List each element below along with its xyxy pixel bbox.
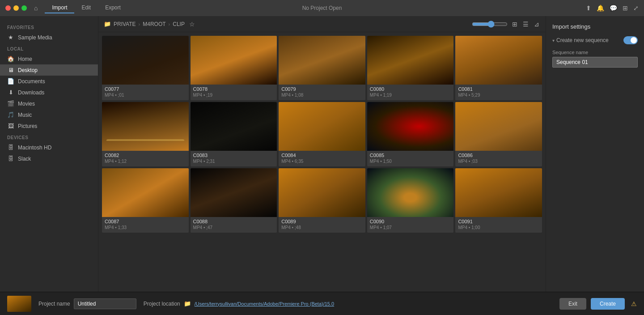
media-card-c0077[interactable]: C0077 MP4 • ;01 bbox=[102, 36, 189, 100]
document-icon: 📄 bbox=[7, 78, 14, 85]
media-card-c0078[interactable]: C0078 MP4 • ;19 bbox=[191, 36, 277, 100]
titlebar: ⌂ Import Edit Export No Project Open ⬆ 🔔… bbox=[0, 0, 644, 16]
media-name-c0087: C0087 bbox=[105, 219, 186, 224]
media-name-c0091: C0091 bbox=[458, 219, 539, 224]
media-name-c0082: C0082 bbox=[105, 153, 186, 158]
sidebar-item-label: Documents bbox=[18, 78, 45, 85]
tab-edit[interactable]: Edit bbox=[74, 3, 98, 13]
filter-icon[interactable]: ⊿ bbox=[533, 20, 540, 29]
media-card-c0091[interactable]: C0091 MP4 • 1;00 bbox=[455, 168, 542, 233]
tab-import[interactable]: Import bbox=[45, 3, 74, 13]
notification-icon[interactable]: 🔔 bbox=[597, 4, 604, 12]
sidebar-item-slack[interactable]: 🗄 Slack bbox=[0, 153, 98, 164]
media-name-c0088: C0088 bbox=[193, 219, 275, 224]
main-layout: FAVORITES ★ Sample Media LOCAL 🏠 Home 🖥 … bbox=[0, 16, 644, 292]
media-thumb-c0091 bbox=[455, 168, 542, 217]
minimize-button[interactable] bbox=[13, 5, 19, 11]
sidebar-item-desktop[interactable]: 🖥 Desktop bbox=[0, 64, 98, 76]
sidebar-item-macintosh-hd[interactable]: 🗄 Macintosh HD bbox=[0, 142, 98, 153]
close-button[interactable] bbox=[5, 5, 11, 11]
fullscreen-icon[interactable]: ⤢ bbox=[633, 4, 639, 12]
media-meta-c0090: MP4 • 1;07 bbox=[370, 225, 451, 230]
media-card-c0089[interactable]: C0089 MP4 • ;48 bbox=[279, 168, 365, 233]
sidebar-item-label: Movies bbox=[18, 101, 35, 107]
breadcrumb-sep-1: › bbox=[139, 21, 140, 27]
project-location-section: Project location 📁 /Users/terrysullivan/… bbox=[144, 300, 334, 307]
sidebar-item-music[interactable]: 🎵 Music bbox=[0, 109, 98, 120]
media-card-c0086[interactable]: C0086 MP4 • ;03 bbox=[455, 102, 542, 166]
upload-icon[interactable]: ⬆ bbox=[586, 4, 591, 12]
media-card-c0084[interactable]: C0084 MP4 • 6;35 bbox=[279, 102, 365, 166]
list-view-icon[interactable]: ☰ bbox=[522, 20, 530, 29]
sidebar-item-documents[interactable]: 📄 Documents bbox=[0, 76, 98, 87]
sidebar-item-movies[interactable]: 🎬 Movies bbox=[0, 98, 98, 109]
traffic-lights bbox=[5, 5, 27, 11]
exit-button[interactable]: Exit bbox=[559, 298, 586, 310]
media-card-c0080[interactable]: C0080 MP4 • 1;19 bbox=[367, 36, 454, 100]
media-card-c0088[interactable]: C0088 MP4 • ;47 bbox=[191, 168, 277, 233]
media-name-c0078: C0078 bbox=[193, 86, 275, 92]
project-location-path[interactable]: /Users/terrysullivan/Documents/Adobe/Pre… bbox=[195, 301, 334, 306]
favorite-star-icon[interactable]: ☆ bbox=[189, 21, 195, 28]
content-area: 📁 PRIVATE › M4ROOT › CLIP ☆ ⊞ ☰ ⊿ C0077 … bbox=[98, 16, 546, 292]
media-meta-c0081: MP4 • 5;29 bbox=[458, 93, 539, 98]
media-card-c0082[interactable]: C0082 MP4 • 1;12 bbox=[102, 102, 189, 166]
media-card-c0085[interactable]: C0085 MP4 • 1;50 bbox=[367, 102, 454, 166]
maximize-button[interactable] bbox=[21, 5, 27, 11]
preview-thumbnail bbox=[7, 296, 31, 312]
breadcrumb-sep-2: › bbox=[169, 21, 170, 27]
sidebar-item-home[interactable]: 🏠 Home bbox=[0, 53, 98, 64]
breadcrumb-folder-icon: 📁 bbox=[104, 21, 111, 27]
create-sequence-toggle[interactable] bbox=[623, 36, 638, 44]
project-location-label: Project location bbox=[144, 301, 180, 307]
media-card-c0081[interactable]: C0081 MP4 • 5;29 bbox=[455, 36, 542, 100]
home-icon[interactable]: ⌂ bbox=[34, 4, 38, 12]
titlebar-actions: ⬆ 🔔 💬 ⊞ ⤢ bbox=[586, 4, 639, 12]
media-meta-c0091: MP4 • 1;00 bbox=[458, 225, 539, 230]
slack-icon: 🗄 bbox=[7, 155, 14, 162]
media-thumb-c0087 bbox=[102, 168, 189, 217]
zoom-slider[interactable] bbox=[472, 21, 508, 28]
media-card-c0083[interactable]: C0083 MP4 • 2;31 bbox=[191, 102, 277, 166]
media-thumb-c0085 bbox=[367, 102, 454, 151]
breadcrumb-private[interactable]: PRIVATE bbox=[114, 21, 136, 27]
download-icon: ⬇ bbox=[7, 89, 14, 96]
media-meta-c0089: MP4 • ;48 bbox=[281, 225, 363, 230]
local-section-label: LOCAL bbox=[0, 43, 98, 53]
media-card-c0087[interactable]: C0087 MP4 • 1;33 bbox=[102, 168, 189, 233]
media-thumb-c0090 bbox=[367, 168, 454, 217]
layout-icon[interactable]: ⊞ bbox=[623, 4, 628, 12]
create-sequence-label: ▾ Create new sequence bbox=[552, 37, 609, 43]
breadcrumb-bar: 📁 PRIVATE › M4ROOT › CLIP ☆ ⊞ ☰ ⊿ bbox=[98, 16, 546, 32]
sidebar-item-pictures[interactable]: 🖼 Pictures bbox=[0, 120, 98, 132]
media-name-c0089: C0089 bbox=[281, 219, 363, 224]
media-meta-c0077: MP4 • ;01 bbox=[105, 93, 186, 98]
media-name-c0090: C0090 bbox=[370, 219, 451, 224]
import-settings-title: Import settings bbox=[552, 23, 638, 30]
media-thumb-c0081 bbox=[455, 36, 542, 85]
star-icon: ★ bbox=[7, 34, 14, 41]
media-name-c0085: C0085 bbox=[370, 153, 451, 158]
media-meta-c0084: MP4 • 6;35 bbox=[281, 159, 363, 164]
breadcrumb-clip[interactable]: CLIP bbox=[173, 21, 185, 27]
media-card-c0090[interactable]: C0090 MP4 • 1;07 bbox=[367, 168, 454, 233]
create-sequence-text: Create new sequence bbox=[556, 37, 609, 43]
breadcrumb-m4root[interactable]: M4ROOT bbox=[143, 21, 165, 27]
sidebar-item-downloads[interactable]: ⬇ Downloads bbox=[0, 87, 98, 98]
media-card-c0079[interactable]: C0079 MP4 • 1;08 bbox=[279, 36, 365, 100]
tab-export[interactable]: Export bbox=[98, 3, 128, 13]
chat-icon[interactable]: 💬 bbox=[610, 4, 617, 12]
media-thumb-c0078 bbox=[191, 36, 277, 85]
sidebar-item-label: Desktop bbox=[18, 67, 38, 73]
media-meta-c0087: MP4 • 1;33 bbox=[105, 225, 186, 230]
media-meta-c0083: MP4 • 2;31 bbox=[193, 159, 275, 164]
grid-view-icon[interactable]: ⊞ bbox=[511, 20, 518, 29]
sidebar-item-label: Sample Media bbox=[18, 34, 52, 41]
bottom-actions: Exit Create ⚠ bbox=[559, 298, 637, 310]
sidebar-item-sample-media[interactable]: ★ Sample Media bbox=[0, 32, 98, 43]
sequence-name-input[interactable] bbox=[552, 57, 638, 68]
project-name-input[interactable] bbox=[74, 298, 136, 309]
media-thumb-c0077 bbox=[102, 36, 189, 85]
create-button[interactable]: Create bbox=[591, 298, 625, 310]
project-name-label: Project name bbox=[38, 301, 70, 307]
